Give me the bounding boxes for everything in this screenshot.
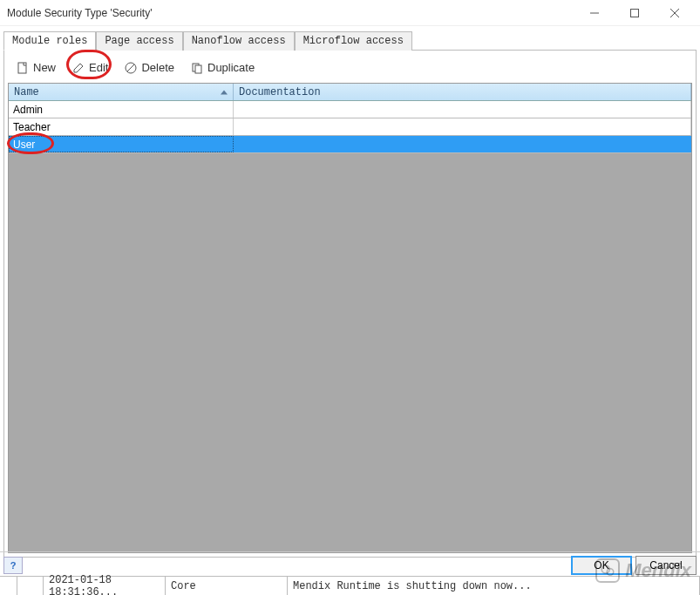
cell-name: User [9, 136, 234, 152]
delete-button[interactable]: Delete [118, 57, 181, 78]
minimize-icon [590, 9, 599, 17]
tab-strip: Module roles Page access Nanoflow access… [3, 31, 697, 51]
roles-table: Name Documentation Admin Teacher User [8, 83, 692, 553]
column-header-name[interactable]: Name [9, 84, 234, 100]
new-button-label: New [33, 61, 56, 74]
title-bar: Module Security Type 'Security' [0, 0, 700, 26]
maximize-button[interactable] [615, 0, 655, 26]
close-button[interactable] [655, 0, 695, 26]
status-gutter-2 [17, 577, 44, 595]
tab-panel: New Edit Delete Duplicate [3, 51, 697, 558]
edit-button-label: Edit [89, 61, 108, 74]
table-row[interactable]: Admin [9, 101, 691, 118]
svg-line-6 [127, 64, 134, 71]
cell-doc [234, 118, 691, 135]
help-button[interactable]: ? [3, 557, 23, 574]
edit-button[interactable]: Edit [65, 57, 115, 78]
duplicate-button[interactable]: Duplicate [184, 57, 262, 78]
duplicate-icon [191, 62, 203, 74]
table-row-selected[interactable]: User [9, 136, 691, 153]
status-message: Mendix Runtime is shutting down now... [288, 577, 700, 595]
tab-page-access[interactable]: Page access [96, 31, 182, 51]
status-gutter-1 [0, 577, 17, 595]
duplicate-button-label: Duplicate [207, 61, 255, 74]
close-icon [670, 9, 679, 17]
table-header: Name Documentation [9, 84, 691, 101]
cancel-button[interactable]: Cancel [635, 556, 697, 575]
svg-rect-1 [631, 9, 639, 17]
pencil-icon [72, 62, 85, 74]
window-controls [574, 0, 695, 26]
column-header-documentation-label: Documentation [239, 86, 321, 98]
tab-nanoflow-access[interactable]: Nanoflow access [183, 31, 295, 51]
svg-rect-8 [195, 65, 201, 73]
window-title: Module Security Type 'Security' [7, 7, 574, 19]
maximize-icon [630, 9, 639, 17]
status-module: Core [166, 577, 288, 595]
help-icon-label: ? [10, 560, 17, 571]
status-timestamp: 2021-01-18 18:31:36... [44, 577, 166, 595]
ok-button[interactable]: OK [571, 556, 632, 575]
delete-button-label: Delete [141, 61, 174, 74]
ok-button-label: OK [594, 559, 608, 571]
cell-name: Admin [9, 101, 234, 118]
cell-doc [234, 136, 691, 152]
tab-microflow-access[interactable]: Microflow access [295, 31, 412, 51]
column-header-documentation[interactable]: Documentation [234, 84, 691, 100]
cell-doc [234, 101, 691, 118]
cancel-button-label: Cancel [649, 559, 682, 571]
new-file-icon [17, 62, 29, 74]
minimize-button[interactable] [574, 0, 615, 26]
new-button[interactable]: New [10, 57, 63, 78]
svg-rect-4 [18, 63, 26, 73]
toolbar: New Edit Delete Duplicate [8, 54, 692, 83]
table-row[interactable]: Teacher [9, 118, 691, 136]
tab-module-roles[interactable]: Module roles [3, 31, 96, 51]
sort-asc-icon [221, 90, 228, 94]
cell-name: Teacher [9, 118, 234, 135]
status-bar: 2021-01-18 18:31:36... Core Mendix Runti… [0, 576, 700, 595]
delete-icon [125, 62, 137, 74]
column-header-name-label: Name [14, 86, 39, 98]
